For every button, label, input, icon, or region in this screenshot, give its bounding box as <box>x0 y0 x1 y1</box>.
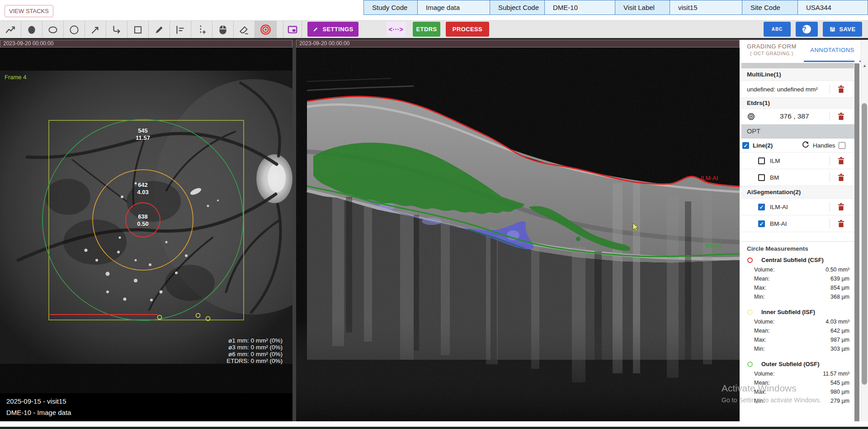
field-label-visit-label: Visit Label <box>615 0 670 15</box>
settings-label: SETTINGS <box>322 26 353 33</box>
target-icon <box>747 113 755 120</box>
field-value-visit-label[interactable]: visit15 <box>670 0 742 15</box>
panel-scrollbar-thumb[interactable] <box>854 63 859 421</box>
fundus-image[interactable]: 545 11.57 642 4.03 638 0.50 Frame 4 ø1 m… <box>0 48 292 421</box>
line-checkbox[interactable]: ✓ <box>742 142 749 149</box>
ilm-row[interactable]: ILM <box>741 153 854 169</box>
circle-tool-icon[interactable] <box>64 21 85 38</box>
save-icon <box>829 26 836 33</box>
multiline-section-header: MultiLine(1) <box>741 68 854 81</box>
csf-min-row: Min:368 µm <box>741 292 854 301</box>
bullseye-tool-icon[interactable] <box>255 21 277 38</box>
mouse-tool-icon[interactable] <box>212 21 234 38</box>
ilm-checkbox[interactable] <box>758 157 765 164</box>
rectangle-tool-icon[interactable] <box>127 21 149 38</box>
osf-name: Outer Subfield (OSF) <box>761 361 820 367</box>
handles-label: Handles <box>813 142 835 149</box>
code-button[interactable]: <···> <box>387 22 406 37</box>
process-label: PROCESS <box>453 26 482 33</box>
row-divider <box>830 202 830 212</box>
filled-ellipse-tool-icon[interactable] <box>21 21 42 38</box>
settings-button[interactable]: SETTINGS <box>307 22 359 37</box>
csf-mean-value: 638 <box>138 213 148 220</box>
bm-row[interactable]: BM <box>741 169 854 186</box>
osf-max-row: Max:980 µm <box>741 387 854 396</box>
refresh-icon[interactable] <box>802 141 810 149</box>
eraser-tool-icon[interactable] <box>234 21 255 38</box>
field-label-subject-code: Subject Code <box>490 0 545 15</box>
multiline-item-row[interactable]: undefined: undefined mm² <box>741 81 854 98</box>
handles-checkbox[interactable] <box>839 142 845 149</box>
csf-mean-row: Mean:639 µm <box>741 274 854 283</box>
osf-min-row: Min:279 µm <box>741 396 854 405</box>
line-group-row[interactable]: ✓ Line(2) Handles <box>741 138 854 153</box>
panel-horizontal-scrollbar[interactable] <box>741 63 854 68</box>
abc-button[interactable]: ABC <box>764 22 791 37</box>
area-measurements: ø1 mm: 0 mm² (0%) ø3 mm: 0 mm² (0%) ø6 m… <box>226 337 283 364</box>
field-value-study-code[interactable]: Image data <box>417 0 490 15</box>
page-scrollbar-thumb[interactable] <box>862 103 867 385</box>
annotations-panel: GRADING FORM ( OCT GRADING ) ANNOTATIONS… <box>741 40 854 421</box>
fundus-timestamp-bar: 2023-09-20 00:00:00 <box>0 40 292 48</box>
circle-measurements-title: Circle Measurements <box>741 242 854 253</box>
delete-icon[interactable] <box>838 174 844 181</box>
field-value-subject-code[interactable]: DME-10 <box>544 0 615 15</box>
etdrs-section-header: Etdrs(1) <box>741 98 854 109</box>
delete-icon[interactable] <box>838 113 844 120</box>
bm-label: BM <box>770 174 779 181</box>
view-stacks-button[interactable]: VIEW STACKS <box>5 5 53 17</box>
scroll-up-arrow-icon[interactable]: ▲ <box>863 63 867 67</box>
oct-bscan-image[interactable]: ILM-AI BM-AI <box>296 48 740 421</box>
delete-icon[interactable] <box>838 157 844 165</box>
tab-annotations[interactable]: ANNOTATIONS <box>804 47 861 53</box>
isf-volume-row: Volume:4.03 mm³ <box>741 317 854 326</box>
isf-mean-row: Mean:642 µm <box>741 326 854 335</box>
ellipse-tool-icon[interactable] <box>42 21 64 38</box>
isf-volume-value: 4.03 <box>137 189 148 195</box>
etdrs-coordinates: 376 , 387 <box>780 112 809 120</box>
horizontal-scrollbar[interactable] <box>0 421 868 427</box>
field-value-site-code[interactable]: USA344 <box>797 0 868 15</box>
bm-checkbox[interactable] <box>758 174 765 181</box>
panel-splitter[interactable] <box>292 40 296 421</box>
process-button[interactable]: PROCESS <box>446 22 489 37</box>
isf-header: Inner Subfield (ISF) <box>741 305 854 317</box>
caliper-tool-icon[interactable] <box>191 21 212 38</box>
csf-volume-row: Volume:0.50 mm³ <box>741 265 854 274</box>
bm-ai-checkbox[interactable]: ✓ <box>758 220 765 227</box>
measurement-etdrs: ETDRS: 0 mm² (0%) <box>226 358 283 364</box>
delete-icon[interactable] <box>838 220 844 228</box>
pen-icon <box>312 26 319 33</box>
ilm-ai-item-label: ILM-AI <box>770 204 788 210</box>
ilm-ai-checkbox[interactable]: ✓ <box>758 204 765 210</box>
polyline-tool-icon[interactable] <box>0 21 21 38</box>
etdrs-button[interactable]: ETDRS <box>413 22 440 37</box>
help-button[interactable]: ? <box>796 22 818 37</box>
isf-max-row: Max:987 µm <box>741 335 854 344</box>
ilm-ai-row[interactable]: ✓ ILM-AI <box>741 199 854 215</box>
bm-ai-item-label: BM-AI <box>770 220 787 227</box>
etdrs-item-row[interactable]: 376 , 387 <box>741 109 854 124</box>
brush-tool-icon[interactable] <box>149 21 170 38</box>
field-label-study-code: Study Code <box>363 0 418 15</box>
osf-mean-value: 545 <box>138 127 148 134</box>
screen-capture-icon[interactable] <box>283 21 302 38</box>
arrow-tool-icon[interactable] <box>85 21 106 38</box>
save-button[interactable]: SAVE <box>823 22 862 37</box>
ilm-label: ILM <box>770 157 780 164</box>
delete-icon[interactable] <box>838 203 844 211</box>
measurement-1mm: ø1 mm: 0 mm² (0%) <box>228 337 283 344</box>
align-tool-icon[interactable] <box>170 21 191 38</box>
panel-tabbar: GRADING FORM ( OCT GRADING ) ANNOTATIONS <box>741 40 854 62</box>
bent-arrow-tool-icon[interactable] <box>106 21 127 38</box>
delete-icon[interactable] <box>838 86 844 93</box>
row-divider <box>830 156 830 166</box>
osf-mean-row: Mean:545 µm <box>741 378 854 387</box>
isf-min-row: Min:303 µm <box>741 344 854 353</box>
bm-ai-row[interactable]: ✓ BM-AI <box>741 215 854 232</box>
opt-section-header: OPT <box>741 124 854 138</box>
active-tab-underline <box>804 61 863 62</box>
grading-form-sublabel: ( OCT GRADING ) <box>741 51 802 56</box>
visit-caption: 2025-09-15 - visit15 <box>6 397 66 405</box>
tab-grading-form[interactable]: GRADING FORM ( OCT GRADING ) <box>741 43 802 56</box>
